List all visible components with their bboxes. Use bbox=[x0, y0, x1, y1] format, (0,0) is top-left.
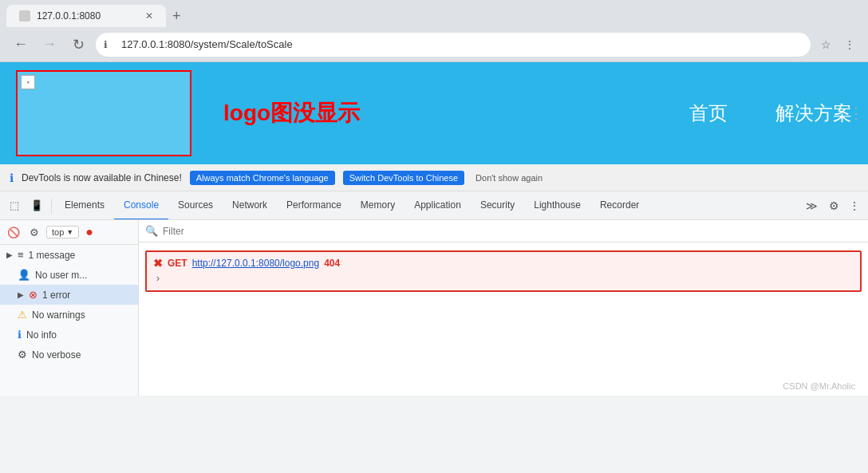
always-match-btn[interactable]: Always match Chrome's language bbox=[190, 171, 335, 185]
sidebar-item-errors[interactable]: ▶ ⊗ 1 error bbox=[0, 285, 138, 305]
devtools-sidebar: 🚫 ⚙ top ▼ ● ▶ ≡ 1 message 👤 No user m...… bbox=[0, 220, 139, 396]
filter-input[interactable] bbox=[163, 226, 862, 237]
devtools-device-btn[interactable]: 📱 bbox=[26, 195, 48, 217]
settings-console-btn[interactable]: ⚙ bbox=[26, 223, 43, 241]
warning-icon: ⚠ bbox=[18, 309, 27, 321]
console-messages: ✖ GET http://127.0.0.1:8080/logo.png 404… bbox=[139, 242, 868, 396]
error-line: ✖ GET http://127.0.0.1:8080/logo.png 404 bbox=[153, 257, 854, 270]
sidebar-info-label: No info bbox=[26, 329, 57, 341]
nav-link-home[interactable]: 首页 bbox=[689, 101, 728, 126]
expand-error-btn[interactable]: › bbox=[153, 271, 854, 286]
dont-show-link[interactable]: Don't show again bbox=[475, 173, 542, 183]
address-lock-icon: ℹ bbox=[104, 39, 108, 50]
watermark: CSDN @Mr.Aholic bbox=[783, 381, 855, 391]
tab-lighthouse[interactable]: Lighthouse bbox=[524, 191, 590, 220]
tab-console[interactable]: Console bbox=[114, 191, 168, 220]
info-icon: ℹ bbox=[18, 329, 22, 341]
tab-memory[interactable]: Memory bbox=[351, 191, 404, 220]
sidebar-item-verbose[interactable]: ⚙ No verbose bbox=[0, 345, 138, 365]
chevron-down-icon: ▼ bbox=[66, 228, 73, 236]
bookmark-icon[interactable]: ☆ bbox=[817, 36, 834, 53]
active-tab[interactable]: 127.0.0.1:8080 ✕ bbox=[6, 5, 166, 27]
settings-icon[interactable]: ⚙ bbox=[824, 191, 844, 220]
address-field[interactable]: ℹ 127.0.0.1:8080/system/Scale/toScale bbox=[96, 33, 811, 57]
menu-icon[interactable]: ⋮ bbox=[841, 36, 858, 53]
expand-arrow-icon: ▶ bbox=[6, 250, 13, 259]
level-label: top bbox=[52, 227, 64, 237]
sidebar-item-info[interactable]: ℹ No info bbox=[0, 325, 138, 345]
sidebar-item-messages[interactable]: ▶ ≡ 1 message bbox=[0, 245, 138, 265]
devtools-main: 🔍 ✖ GET http://127.0.0.1:8080/logo.png 4… bbox=[139, 220, 868, 396]
nav-links: 首页 解决方案 bbox=[689, 101, 852, 126]
devtools-inspect-btn[interactable]: ⬚ bbox=[3, 195, 26, 217]
sidebar-messages-label: 1 message bbox=[29, 250, 76, 261]
sidebar-toolbar: 🚫 ⚙ top ▼ ● bbox=[0, 220, 138, 245]
verbose-icon: ⚙ bbox=[18, 349, 27, 361]
devtools-body: 🚫 ⚙ top ▼ ● ▶ ≡ 1 message 👤 No user m...… bbox=[0, 220, 868, 396]
address-bar: ← → ↻ ℹ 127.0.0.1:8080/system/Scale/toSc… bbox=[0, 27, 868, 62]
sidebar-verbose-label: No verbose bbox=[32, 349, 81, 361]
devtools-notification: ℹ DevTools is now available in Chinese! … bbox=[0, 164, 868, 191]
forward-button[interactable]: → bbox=[38, 34, 61, 56]
nav-link-solution[interactable]: 解决方案 bbox=[775, 101, 852, 126]
address-text: 127.0.0.1:8080/system/Scale/toScale bbox=[121, 38, 293, 50]
tab-network[interactable]: Network bbox=[223, 191, 277, 220]
notification-text: DevTools is now available in Chinese! bbox=[22, 172, 182, 183]
error-method: GET bbox=[168, 258, 187, 269]
notification-info-icon: ℹ bbox=[10, 171, 14, 184]
circle-icon: ● bbox=[85, 225, 93, 239]
broken-image-icon: ▪ bbox=[21, 75, 35, 89]
logo-box: ▪ bbox=[16, 70, 191, 156]
error-code: 404 bbox=[324, 258, 340, 269]
level-select[interactable]: top ▼ bbox=[46, 226, 79, 238]
console-filter-bar: 🔍 bbox=[139, 220, 868, 242]
filter-icon: 🔍 bbox=[145, 225, 158, 237]
clear-console-btn[interactable]: 🚫 bbox=[5, 223, 22, 241]
sidebar-user-label: No user m... bbox=[35, 270, 87, 281]
tab-security[interactable]: Security bbox=[471, 191, 524, 220]
tab-close[interactable]: ✕ bbox=[145, 10, 153, 22]
refresh-button[interactable]: ↻ bbox=[67, 34, 89, 56]
tab-recorder[interactable]: Recorder bbox=[590, 191, 649, 220]
error-row: ✖ GET http://127.0.0.1:8080/logo.png 404… bbox=[145, 250, 862, 292]
extension-area: ☆ ⋮ bbox=[817, 36, 858, 53]
devtools-panel: ⬚ 📱 Elements Console Sources Network Per… bbox=[0, 191, 868, 396]
more-options-devtools-icon[interactable]: ⋮ bbox=[844, 191, 865, 220]
user-icon: 👤 bbox=[18, 269, 30, 281]
page-content: ▪ logo图没显示 首页 解决方案 ⋮ bbox=[0, 62, 868, 164]
switch-chinese-btn[interactable]: Switch DevTools to Chinese bbox=[343, 171, 464, 185]
site-header: ▪ logo图没显示 首页 解决方案 ⋮ bbox=[0, 62, 868, 164]
tab-divider bbox=[51, 198, 52, 214]
tab-elements[interactable]: Elements bbox=[55, 191, 114, 220]
browser-chrome: 127.0.0.1:8080 ✕ + ← → ↻ ℹ 127.0.0.1:808… bbox=[0, 0, 868, 62]
error-url[interactable]: http://127.0.0.1:8080/logo.png bbox=[192, 258, 319, 269]
error-circle-icon: ⊗ bbox=[29, 289, 37, 301]
more-options-icon[interactable]: ⋮ bbox=[849, 104, 863, 122]
error-icon: ✖ bbox=[153, 257, 163, 270]
sidebar-warnings-label: No warnings bbox=[32, 309, 85, 321]
devtools-tabs: ⬚ 📱 Elements Console Sources Network Per… bbox=[0, 191, 868, 220]
new-tab-btn[interactable]: + bbox=[166, 5, 187, 27]
more-tabs-btn[interactable]: ≫ bbox=[799, 191, 824, 220]
tab-application[interactable]: Application bbox=[404, 191, 471, 220]
sidebar-errors-label: 1 error bbox=[42, 290, 70, 301]
sidebar-item-user-messages[interactable]: 👤 No user m... bbox=[0, 265, 138, 285]
tab-favicon bbox=[19, 10, 30, 22]
tab-label: 127.0.0.1:8080 bbox=[37, 10, 101, 22]
tab-sources[interactable]: Sources bbox=[168, 191, 223, 220]
tab-performance[interactable]: Performance bbox=[277, 191, 351, 220]
sidebar-item-warnings[interactable]: ⚠ No warnings bbox=[0, 305, 138, 325]
list-icon: ≡ bbox=[18, 249, 24, 261]
tab-bar: 127.0.0.1:8080 ✕ + bbox=[0, 0, 868, 27]
logo-text: logo图没显示 bbox=[223, 98, 360, 128]
back-button[interactable]: ← bbox=[10, 34, 32, 56]
expand-errors-arrow: ▶ bbox=[18, 290, 24, 299]
